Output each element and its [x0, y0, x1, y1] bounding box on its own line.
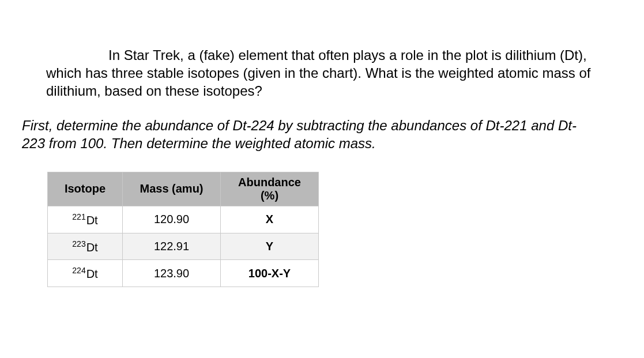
question-body: In Star Trek, a (fake) element that ofte… — [46, 47, 590, 99]
isotope-mass-number: 224 — [72, 266, 85, 275]
cell-mass: 122.91 — [123, 233, 221, 260]
table-row: 224Dt 123.90 100-X-Y — [48, 260, 319, 287]
cell-abundance: X — [221, 206, 319, 233]
isotope-symbol: Dt — [86, 240, 98, 253]
isotope-mass-number: 221 — [72, 212, 85, 221]
page: In Star Trek, a (fake) element that ofte… — [0, 0, 644, 287]
instruction-text: First, determine the abundance of Dt-224… — [22, 116, 598, 152]
table-header-row: Isotope Mass (amu) Abundance (%) — [48, 172, 319, 206]
question-text: In Star Trek, a (fake) element that ofte… — [46, 46, 598, 100]
cell-isotope: 221Dt — [48, 206, 123, 233]
cell-mass: 123.90 — [123, 260, 221, 287]
table-row: 221Dt 120.90 X — [48, 206, 319, 233]
isotope-mass-number: 223 — [72, 239, 85, 248]
header-abundance-line2: (%) — [261, 189, 278, 202]
header-isotope: Isotope — [48, 172, 123, 206]
header-abundance: Abundance (%) — [221, 172, 319, 206]
cell-mass: 120.90 — [123, 206, 221, 233]
cell-isotope: 223Dt — [48, 233, 123, 260]
isotope-table: Isotope Mass (amu) Abundance (%) 221Dt 1… — [47, 172, 319, 287]
header-mass: Mass (amu) — [123, 172, 221, 206]
cell-abundance: Y — [221, 233, 319, 260]
isotope-symbol: Dt — [86, 214, 98, 227]
table-row: 223Dt 122.91 Y — [48, 233, 319, 260]
cell-isotope: 224Dt — [48, 260, 123, 287]
header-abundance-line1: Abundance — [238, 176, 301, 189]
isotope-symbol: Dt — [86, 267, 98, 280]
cell-abundance: 100-X-Y — [221, 260, 319, 287]
